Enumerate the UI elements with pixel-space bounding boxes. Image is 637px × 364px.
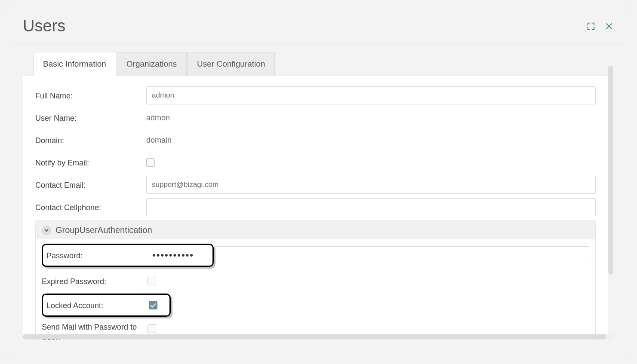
row-expired-password: Expired Password:	[42, 271, 589, 291]
label-password: Password:	[46, 251, 149, 260]
expand-icon[interactable]	[586, 21, 596, 31]
header-actions	[586, 17, 614, 31]
page-title: Users	[23, 17, 65, 35]
label-expired-password: Expired Password:	[42, 276, 148, 286]
row-full-name: Full Name:	[35, 86, 596, 105]
label-locked-account: Locked Account:	[46, 300, 149, 310]
group-user-authentication: GroupUserAuthentication Password: ••••••…	[35, 220, 596, 340]
scrollbar-vertical[interactable]	[608, 66, 613, 275]
tab-organizations[interactable]: Organizations	[117, 52, 187, 76]
full-name-input[interactable]	[146, 86, 596, 104]
tabs-bar: Basic Information Organizations User Con…	[33, 52, 608, 76]
close-icon[interactable]	[604, 21, 614, 31]
label-notify-email: Notify by Email:	[35, 158, 146, 168]
group-body: Password: •••••••••• Expired Password: L…	[36, 239, 595, 340]
row-locked-account: Locked Account:	[42, 294, 589, 317]
chevron-down-icon[interactable]	[42, 226, 51, 235]
checkbox-send-mail[interactable]	[148, 324, 156, 333]
contact-email-input[interactable]	[146, 176, 596, 194]
checkbox-expired-password[interactable]	[148, 277, 156, 285]
row-contact-email: Contact Email:	[35, 175, 596, 195]
password-input[interactable]	[213, 246, 589, 264]
label-contact-cellphone: Contact Cellphone:	[35, 202, 146, 212]
tab-user-configuration[interactable]: User Configuration	[187, 52, 275, 76]
row-notify-email: Notify by Email:	[35, 153, 596, 172]
label-user-name: User Name:	[35, 113, 146, 123]
users-modal: Users Basic Information Organizations Us…	[7, 7, 630, 357]
tab-basic-information[interactable]: Basic Information	[33, 52, 116, 76]
modal-header: Users	[13, 7, 624, 43]
contact-cellphone-input[interactable]	[146, 198, 596, 216]
label-domain: Domain:	[35, 135, 146, 145]
group-header: GroupUserAuthentication	[36, 221, 595, 239]
scrollbar-corner	[606, 334, 613, 340]
row-password: Password: ••••••••••	[42, 244, 589, 267]
row-user-name: User Name: admon	[35, 108, 596, 128]
password-mask[interactable]: ••••••••••	[149, 250, 209, 261]
value-domain: domain	[146, 136, 596, 145]
row-domain: Domain: domain	[35, 130, 596, 150]
highlight-locked-account: Locked Account:	[42, 294, 171, 317]
label-full-name: Full Name:	[35, 91, 146, 101]
tab-panel-basic-information: Full Name: User Name: admon Domain: doma…	[23, 76, 608, 340]
scrollbar-horizontal[interactable]	[23, 334, 608, 340]
highlight-password: Password: ••••••••••	[42, 244, 214, 267]
checkbox-notify-email[interactable]	[146, 158, 155, 167]
content-scroll: Basic Information Organizations User Con…	[23, 52, 608, 340]
row-contact-cellphone: Contact Cellphone:	[35, 197, 596, 217]
value-user-name: admon	[146, 113, 596, 122]
label-contact-email: Contact Email:	[35, 180, 146, 190]
checkbox-locked-account[interactable]	[149, 301, 157, 309]
group-title: GroupUserAuthentication	[55, 225, 152, 235]
